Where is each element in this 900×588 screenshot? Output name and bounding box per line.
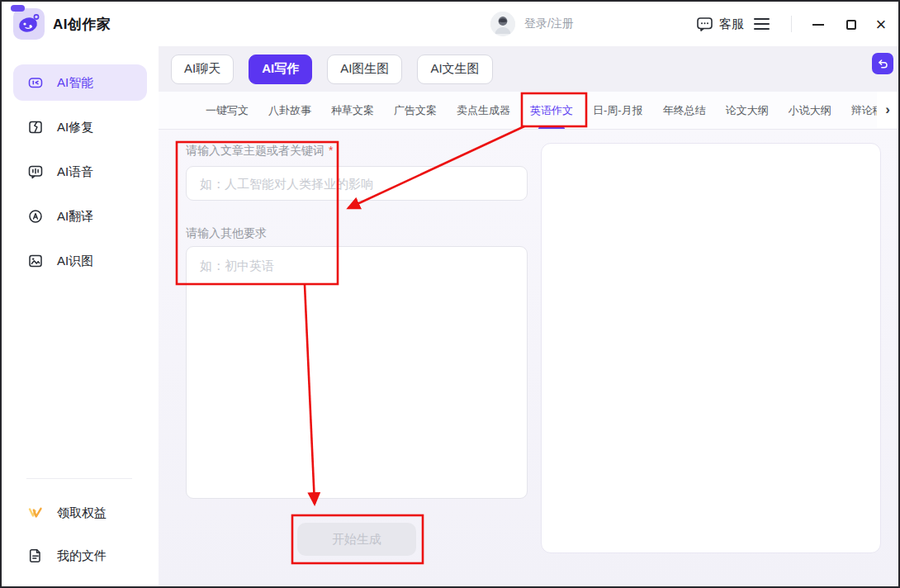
tab-ai-image-to-image[interactable]: AI图生图 <box>327 55 402 84</box>
sidebar-item-ai-image[interactable]: AI识图 <box>13 243 147 279</box>
login-area[interactable]: 登录/注册 <box>490 2 574 46</box>
subtab-gossip-story[interactable]: 八卦故事 <box>268 103 311 118</box>
sidebar-item-ai-smart[interactable]: AI智能 <box>13 64 147 101</box>
document-icon <box>27 548 44 564</box>
tab-ai-writing[interactable]: AI写作 <box>249 55 312 84</box>
topic-input[interactable] <box>186 166 528 201</box>
logo-badge <box>11 5 25 12</box>
extra-requirements-label: 请输入其他要求 <box>186 226 267 241</box>
main-tab-bar: AI聊天 AI写作 AI图生图 AI文生图 <box>159 46 898 92</box>
app-window: AI创作家 登录/注册 客服 <box>0 0 900 588</box>
generate-button[interactable]: 开始生成 <box>297 523 416 556</box>
subtab-novel-outline[interactable]: 小说大纲 <box>789 103 831 118</box>
minimize-button[interactable] <box>806 12 831 37</box>
subtab-seeding-copy[interactable]: 种草文案 <box>331 103 374 118</box>
subtab-daily-weekly-monthly-report[interactable]: 日-周-月报 <box>593 103 643 118</box>
titlebar: AI创作家 登录/注册 客服 <box>2 2 898 46</box>
subtab-english-essay[interactable]: 英语作文 <box>530 103 573 118</box>
sidebar-divider <box>26 478 132 479</box>
app-logo-icon <box>13 8 45 40</box>
support-label: 客服 <box>719 17 744 32</box>
subtab-selling-point-generator[interactable]: 卖点生成器 <box>457 103 510 118</box>
undo-arrow-icon <box>877 58 889 70</box>
support-button[interactable]: 客服 <box>696 2 744 46</box>
subtab-ad-copy[interactable]: 广告文案 <box>394 103 437 118</box>
sidebar-item-label: AI翻译 <box>57 209 93 225</box>
extra-requirements-textarea[interactable] <box>186 246 528 499</box>
sidebar-item-ai-voice[interactable]: AI语音 <box>13 154 147 190</box>
ai-image-recognition-icon <box>27 253 44 269</box>
sidebar-item-ai-repair[interactable]: AI修复 <box>13 109 147 145</box>
topic-label: 请输入文章主题或者关键词* <box>186 144 333 159</box>
sidebar-item-label: AI语音 <box>57 164 93 180</box>
avatar[interactable] <box>490 12 515 36</box>
sidebar-item-label: AI修复 <box>57 120 93 135</box>
required-mark: * <box>329 144 333 157</box>
sidebar-item-label: 我的文件 <box>57 548 107 564</box>
sidebar-item-label: AI智能 <box>57 75 93 91</box>
ai-smart-icon <box>27 74 44 91</box>
sidebar-item-label: 领取权益 <box>57 505 107 521</box>
benefits-vip-icon <box>27 505 44 521</box>
subtabs-scroll-right-icon[interactable]: › <box>877 92 898 128</box>
result-panel <box>541 143 881 553</box>
tab-ai-chat[interactable]: AI聊天 <box>171 55 234 84</box>
menu-icon[interactable] <box>754 18 770 30</box>
sidebar: AI智能 AI修复 AI语音 <box>2 46 159 586</box>
tab-ai-text-to-image[interactable]: AI文生图 <box>417 55 492 84</box>
subtab-year-end-summary[interactable]: 年终总结 <box>663 103 706 118</box>
app-title: AI创作家 <box>53 15 111 34</box>
subtab-one-click-writing[interactable]: 一键写文 <box>206 103 249 118</box>
ai-repair-icon <box>27 119 44 135</box>
ai-translate-icon <box>27 208 44 225</box>
main-area: AI聊天 AI写作 AI图生图 AI文生图 一键写文 八卦故事 种草文案 广告文… <box>159 46 898 586</box>
chat-bubble-icon <box>696 16 713 32</box>
sidebar-item-my-files[interactable]: 我的文件 <box>13 538 147 574</box>
maximize-button[interactable] <box>839 12 864 37</box>
login-label[interactable]: 登录/注册 <box>524 17 574 31</box>
undo-button[interactable] <box>872 53 893 74</box>
subtab-thesis-outline[interactable]: 论文大纲 <box>726 103 769 118</box>
ai-voice-icon <box>27 164 44 180</box>
sidebar-item-ai-translate[interactable]: AI翻译 <box>13 198 147 235</box>
sub-tab-bar: 一键写文 八卦故事 种草文案 广告文案 卖点生成器 英语作文 日-周-月报 年终… <box>159 92 898 130</box>
sidebar-item-label: AI识图 <box>57 254 93 269</box>
close-button[interactable]: × <box>869 12 893 37</box>
sidebar-item-claim-benefits[interactable]: 领取权益 <box>13 495 147 531</box>
titlebar-divider <box>791 16 792 32</box>
